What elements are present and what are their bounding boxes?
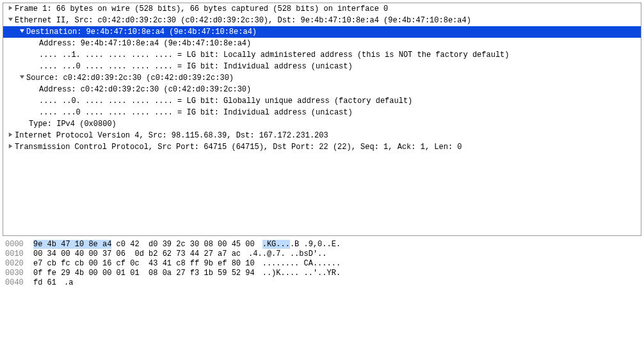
tree-ethernet[interactable]: Ethernet II, Src: c0:42:d0:39:2c:30 (c0:… xyxy=(3,15,641,26)
hex-ascii: .KG....B .9,0..E. xyxy=(262,240,341,249)
hex-row[interactable]: 0000 9e 4b 47 10 8e a4 c0 42 d0 39 2c 30… xyxy=(5,240,639,249)
hex-row[interactable]: 0020 e7 cb fc cb 00 16 cf 0c 43 41 c8 ff… xyxy=(5,259,639,269)
tree-dest-lg[interactable]: .... ..1. .... .... .... .... = LG bit: … xyxy=(3,49,641,61)
tcp-label: Transmission Control Protocol, Src Port:… xyxy=(15,142,462,152)
collapse-arrow-icon[interactable] xyxy=(6,130,15,141)
collapse-arrow-icon[interactable] xyxy=(6,4,15,14)
tree-destination[interactable]: Destination: 9e:4b:47:10:8e:a4 (9e:4b:47… xyxy=(3,26,641,38)
source-label: Source: c0:42:d0:39:2c:30 (c0:42:d0:39:2… xyxy=(26,73,234,83)
hex-ascii: .a xyxy=(64,278,73,288)
hex-offset: 0000 xyxy=(5,240,33,249)
dest-ig-label: .... ...0 .... .... .... .... = IG bit: … xyxy=(39,61,353,72)
hex-ascii: ........ CA...... xyxy=(262,259,341,269)
dest-lg-label: .... ..1. .... .... .... .... = LG bit: … xyxy=(39,50,510,60)
destination-label: Destination: 9e:4b:47:10:8e:a4 (9e:4b:47… xyxy=(26,27,257,37)
src-address-label: Address: c0:42:d0:39:2c:30 (c0:42:d0:39:… xyxy=(39,84,251,95)
src-ig-label: .... ...0 .... .... .... .... = IG bit: … xyxy=(39,107,353,118)
hex-ascii: ..)K.... ..'..YR. xyxy=(262,269,341,278)
hex-row[interactable]: 0010 00 34 00 40 00 37 06 0d b2 62 73 44… xyxy=(5,249,639,259)
hex-row[interactable]: 0040 fd 61 .a xyxy=(5,278,639,288)
hex-dump-pane[interactable]: 0000 9e 4b 47 10 8e a4 c0 42 d0 39 2c 30… xyxy=(0,239,644,289)
hex-offset: 0030 xyxy=(5,269,33,278)
tree-src-address[interactable]: Address: c0:42:d0:39:2c:30 (c0:42:d0:39:… xyxy=(3,84,641,95)
ethernet-label: Ethernet II, Src: c0:42:d0:39:2c:30 (c0:… xyxy=(15,15,471,26)
packet-details-pane[interactable]: Frame 1: 66 bytes on wire (528 bits), 66… xyxy=(3,3,641,236)
tree-src-lg[interactable]: .... ..0. .... .... .... .... = LG bit: … xyxy=(3,95,641,107)
expand-arrow-icon[interactable] xyxy=(6,15,15,26)
tree-frame[interactable]: Frame 1: 66 bytes on wire (528 bits), 66… xyxy=(3,3,641,15)
hex-bytes: e7 cb fc cb 00 16 cf 0c 43 41 c8 ff 9b e… xyxy=(33,259,255,269)
ip-label: Internet Protocol Version 4, Src: 98.115… xyxy=(15,130,328,141)
dest-address-label: Address: 9e:4b:47:10:8e:a4 (9e:4b:47:10:… xyxy=(39,38,251,49)
frame-label: Frame 1: 66 bytes on wire (528 bits), 66… xyxy=(15,4,388,14)
hex-row[interactable]: 0030 0f fe 29 4b 00 00 01 01 08 0a 27 f3… xyxy=(5,269,639,278)
hex-bytes: fd 61 xyxy=(33,278,56,288)
expand-arrow-icon[interactable] xyxy=(17,27,26,37)
type-label: Type: IPv4 (0x0800) xyxy=(29,119,117,129)
hex-bytes: 9e 4b 47 10 8e a4 c0 42 d0 39 2c 30 08 0… xyxy=(33,240,255,249)
hex-offset: 0010 xyxy=(5,249,33,259)
tree-dest-ig[interactable]: .... ...0 .... .... .... .... = IG bit: … xyxy=(3,61,641,72)
hex-bytes: 0f fe 29 4b 00 00 01 01 08 0a 27 f3 1b 5… xyxy=(33,269,255,278)
hex-bytes: 00 34 00 40 00 37 06 0d b2 62 73 44 27 a… xyxy=(33,249,241,259)
expand-arrow-icon[interactable] xyxy=(17,73,26,83)
tree-ip[interactable]: Internet Protocol Version 4, Src: 98.115… xyxy=(3,130,641,141)
src-lg-label: .... ..0. .... .... .... .... = LG bit: … xyxy=(39,96,412,106)
hex-offset: 0020 xyxy=(5,259,33,269)
tree-dest-address[interactable]: Address: 9e:4b:47:10:8e:a4 (9e:4b:47:10:… xyxy=(3,38,641,49)
hex-ascii: .4..@.7. ..bsD'.. xyxy=(248,249,326,259)
collapse-arrow-icon[interactable] xyxy=(6,142,15,152)
hex-offset: 0040 xyxy=(5,278,33,288)
tree-source[interactable]: Source: c0:42:d0:39:2c:30 (c0:42:d0:39:2… xyxy=(3,72,641,84)
tree-src-ig[interactable]: .... ...0 .... .... .... .... = IG bit: … xyxy=(3,107,641,118)
tree-type[interactable]: Type: IPv4 (0x0800) xyxy=(3,118,641,130)
tree-tcp[interactable]: Transmission Control Protocol, Src Port:… xyxy=(3,141,641,153)
